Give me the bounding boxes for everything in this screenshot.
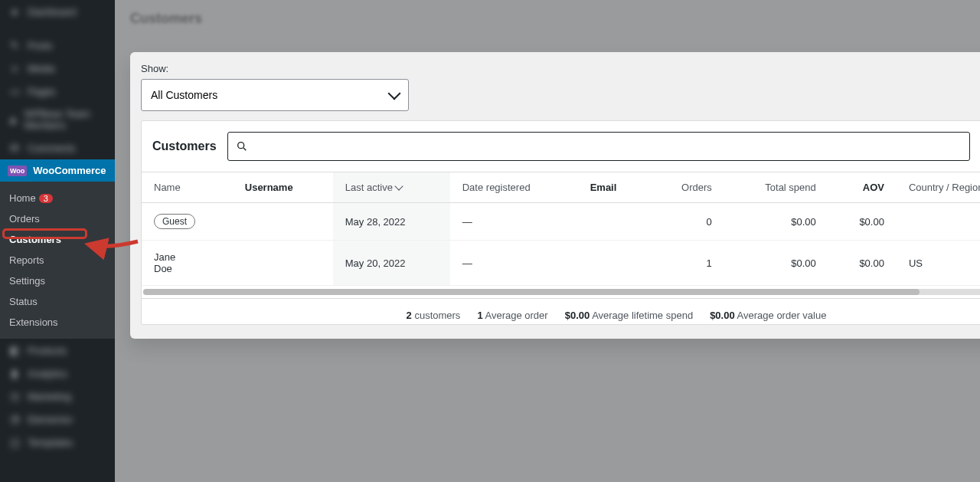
submenu-status[interactable]: Status (0, 291, 115, 312)
cell-orders: 1 (648, 241, 724, 286)
submenu-home[interactable]: Home3 (0, 188, 115, 208)
sidebar-item-woocommerce[interactable]: Woo WooCommerce (0, 159, 115, 182)
woocommerce-submenu: Home3 Orders Customers Reports Settings … (0, 182, 115, 339)
sidebar-item-label: WooCommerce (33, 165, 106, 176)
sidebar-item-label: Marketing (28, 391, 71, 402)
cell-total-spend: $0.00 (724, 241, 828, 286)
customers-panel: Customers Download Name Username (141, 120, 980, 325)
annotation-highlight (2, 228, 87, 239)
show-filter-dropdown[interactable]: All Customers (141, 79, 409, 111)
search-input-wrap[interactable] (227, 132, 970, 161)
sidebar-item-dashboard[interactable]: ●Dashboard (0, 0, 115, 23)
submenu-orders[interactable]: Orders (0, 208, 115, 229)
cell-date-registered: — (450, 241, 578, 286)
col-email[interactable]: Email (578, 172, 648, 203)
sidebar-item-posts[interactable]: ✎Posts (0, 34, 115, 57)
marketing-icon: ◷ (8, 390, 21, 402)
analytics-icon: ▮ (8, 367, 21, 379)
sidebar-item-label: Comments (28, 143, 76, 154)
col-date-registered[interactable]: Date registered (450, 172, 578, 203)
customers-table: Name Username Last active Date registere… (142, 172, 980, 286)
submenu-label: Settings (9, 275, 45, 287)
col-orders[interactable]: Orders (648, 172, 724, 203)
sidebar-item-label: WPBeav Team Members (24, 108, 107, 131)
cell-country: US (897, 241, 980, 286)
table-summary: 2 customers 1 Average order $0.00 Averag… (142, 298, 980, 324)
col-total-spend[interactable]: Total spend (724, 172, 828, 203)
sidebar-item-label: Dashboard (28, 6, 77, 18)
col-last-active[interactable]: Last active (333, 172, 450, 203)
submenu-label: Home (9, 192, 36, 204)
table-row[interactable]: Jane Doe May 20, 2022 — 1 $0.00 $0.00 US (142, 241, 980, 286)
svg-line-1 (243, 148, 246, 150)
sidebar-item-media[interactable]: ⌾Media (0, 57, 115, 80)
sidebar-item-label: Products (28, 345, 67, 356)
sidebar: ●Dashboard ✎Posts ⌾Media ▭Pages ▲WPBeav … (0, 0, 115, 482)
cell-last-active: May 28, 2022 (345, 216, 410, 228)
cell-orders: 0 (648, 203, 724, 241)
submenu-customers[interactable]: Customers (0, 229, 115, 250)
sidebar-item-templates[interactable]: ◫Templates (0, 431, 115, 454)
submenu-settings[interactable]: Settings (0, 271, 115, 291)
sidebar-item-elementor[interactable]: ◔Elementor (0, 408, 115, 431)
chevron-down-icon (388, 87, 401, 100)
svg-point-0 (237, 143, 243, 149)
media-icon: ⌾ (8, 62, 21, 74)
horizontal-scrollbar[interactable] (143, 289, 980, 295)
submenu-reports[interactable]: Reports (0, 250, 115, 271)
sidebar-item-label: Elementor (28, 414, 73, 425)
sidebar-item-pages[interactable]: ▭Pages (0, 80, 115, 103)
col-name[interactable]: Name (142, 172, 233, 203)
page-icon: ▭ (8, 85, 21, 97)
col-username[interactable]: Username (233, 172, 333, 203)
search-input[interactable] (248, 140, 962, 152)
dashboard-icon: ● (8, 5, 21, 18)
pin-icon: ✎ (8, 39, 21, 51)
content-card: Show: All Customers Customers Download (130, 52, 980, 339)
submenu-extensions[interactable]: Extensions (0, 312, 115, 333)
person-icon: ▲ (8, 113, 18, 126)
table-row[interactable]: Guest May 28, 2022 — 0 $0.00 $0.00 (142, 203, 980, 241)
cell-country (897, 203, 980, 241)
submenu-label: Extensions (9, 316, 58, 328)
sidebar-item-products[interactable]: ◧Products (0, 339, 115, 362)
sidebar-item-label: Analytics (28, 368, 67, 379)
cell-aov: $0.00 (828, 203, 897, 241)
filter-label: Show: (141, 63, 980, 74)
cell-aov: $0.00 (828, 241, 897, 286)
elementor-icon: ◔ (8, 413, 21, 425)
table-scroll[interactable]: Name Username Last active Date registere… (142, 172, 980, 286)
sidebar-item-label: Pages (28, 86, 56, 97)
sidebar-item-label: Posts (28, 40, 53, 51)
cell-date-registered: — (450, 203, 578, 241)
submenu-label: Reports (9, 254, 44, 266)
sidebar-item-label: Templates (28, 437, 73, 448)
main: Customers Activity Finish setup Show: Al… (115, 0, 980, 482)
submenu-badge: 3 (39, 194, 53, 203)
submenu-label: Orders (9, 213, 40, 225)
sidebar-item-marketing[interactable]: ◷Marketing (0, 385, 115, 408)
products-icon: ◧ (8, 344, 21, 356)
woo-icon: Woo (8, 166, 27, 176)
sidebar-item-comments[interactable]: ✉Comments (0, 136, 115, 159)
cell-last-active: May 20, 2022 (345, 257, 410, 269)
dropdown-value: All Customers (151, 89, 217, 101)
page-title: Customers (130, 11, 202, 27)
topbar: Customers Activity Finish setup (115, 0, 980, 37)
panel-title: Customers (152, 139, 217, 153)
sort-desc-icon (394, 182, 403, 190)
submenu-label: Status (9, 296, 38, 307)
templates-icon: ◫ (8, 436, 21, 448)
sidebar-item-team[interactable]: ▲WPBeav Team Members (0, 103, 115, 136)
cell-name: Jane Doe (154, 251, 192, 274)
sidebar-item-label: Media (28, 63, 54, 74)
col-country[interactable]: Country / Region (897, 172, 980, 203)
col-aov[interactable]: AOV (828, 172, 897, 203)
cell-total-spend: $0.00 (724, 203, 828, 241)
comment-icon: ✉ (8, 142, 21, 154)
guest-pill: Guest (154, 214, 195, 229)
search-icon (236, 140, 248, 152)
sidebar-item-analytics[interactable]: ▮Analytics (0, 362, 115, 385)
